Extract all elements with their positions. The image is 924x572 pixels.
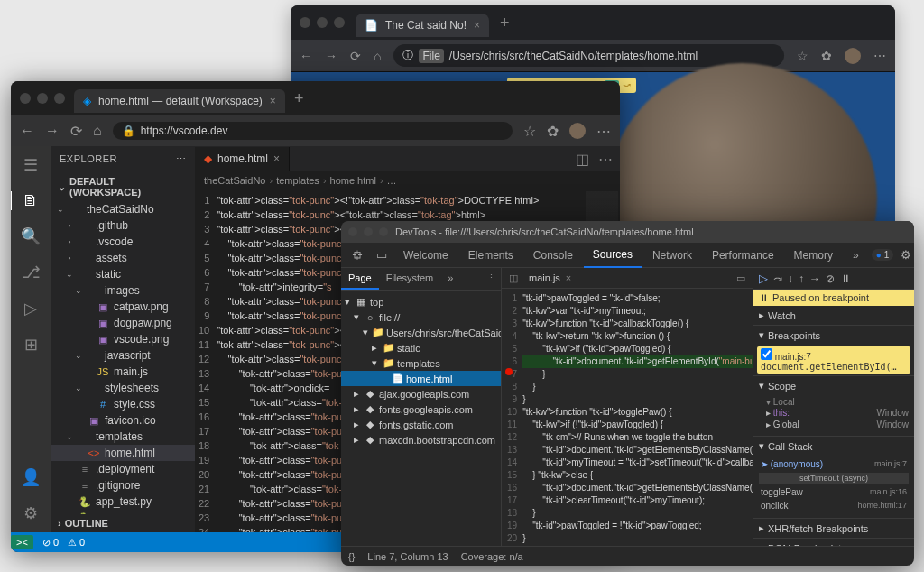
extensions-icon[interactable]: ⊞: [24, 335, 38, 355]
search-icon[interactable]: 🔍: [21, 226, 41, 246]
profile-avatar[interactable]: [569, 123, 586, 139]
window-controls[interactable]: [20, 93, 65, 104]
new-tab-button[interactable]: +: [294, 89, 304, 108]
extensions-icon[interactable]: ✿: [547, 123, 559, 140]
reload-icon[interactable]: ⟳: [70, 123, 82, 140]
window-controls[interactable]: [300, 17, 345, 28]
step-over-icon[interactable]: ⤼: [773, 272, 782, 285]
warnings-count[interactable]: ⚠ 0: [68, 537, 85, 549]
tree-item[interactable]: ⌄theCatSaidNo: [51, 201, 195, 217]
workspace-header[interactable]: ⌄DEFAULT (WORKSPACE): [51, 172, 195, 201]
tree-item[interactable]: ›.github: [51, 217, 195, 234]
more-icon[interactable]: ⋮: [482, 268, 501, 290]
close-icon[interactable]: ×: [474, 19, 480, 32]
tree-item[interactable]: ▣catpaw.png: [51, 299, 195, 315]
scope-section[interactable]: ▾Scope: [753, 376, 914, 395]
devtools-tab-elements[interactable]: Elements: [459, 244, 522, 267]
pause-exceptions-icon[interactable]: ⏸: [840, 272, 851, 285]
nav-tree-item[interactable]: ▸◆fonts.googleapis.com: [341, 401, 501, 417]
devtools-tab-sources[interactable]: Sources: [584, 243, 642, 268]
nav-tab[interactable]: Page: [341, 268, 379, 290]
menu-icon[interactable]: ⋯: [596, 123, 611, 140]
more-icon[interactable]: ⋯: [176, 153, 187, 165]
reload-icon[interactable]: ⟳: [350, 49, 361, 63]
favorite-icon[interactable]: ☆: [797, 49, 808, 63]
tree-item[interactable]: ⌄javascript: [51, 347, 195, 364]
nav-tree-item[interactable]: ▸📁static: [341, 340, 501, 355]
outline-header[interactable]: ›OUTLINE: [51, 514, 195, 532]
editor-tab[interactable]: ◆ home.html ×: [195, 147, 290, 171]
source-tab[interactable]: main.js ×: [522, 268, 578, 288]
deactivate-bp-icon[interactable]: ⊘: [826, 272, 835, 285]
settings-gear-icon[interactable]: ⚙: [23, 503, 38, 523]
menu-icon[interactable]: ☰: [23, 155, 38, 175]
tree-item[interactable]: ›.vscode: [51, 234, 195, 250]
tree-item[interactable]: #style.css: [51, 396, 195, 412]
tree-item[interactable]: 🐍app_test.py: [51, 494, 195, 510]
tree-item[interactable]: ›assets: [51, 250, 195, 266]
tree-item[interactable]: ⌄templates: [51, 429, 195, 445]
breadcrumbs[interactable]: theCatSaidNo›templates›home.html›…: [195, 171, 620, 189]
tree-item[interactable]: ▣vscode.png: [51, 331, 195, 347]
tree-item[interactable]: ≡.gitignore: [51, 477, 195, 494]
new-tab-button[interactable]: +: [500, 14, 510, 32]
step-out-icon[interactable]: ↑: [799, 272, 804, 285]
source-control-icon[interactable]: ⎇: [22, 263, 41, 282]
browser-tab[interactable]: ◈ home.html — default (Workspace) ×: [74, 89, 285, 113]
settings-gear-icon[interactable]: ⚙: [895, 248, 914, 262]
format-braces[interactable]: {}: [348, 551, 355, 562]
watch-section[interactable]: ▸Watch: [753, 306, 914, 325]
step-icon[interactable]: →: [809, 272, 820, 285]
address-bar[interactable]: 🔒 https://vscode.dev: [113, 122, 513, 140]
tree-item[interactable]: JSmain.js: [51, 364, 195, 380]
dom-breakpoints-section[interactable]: ▸DOM Breakpoints: [753, 539, 914, 546]
forward-icon[interactable]: →: [325, 49, 337, 63]
tree-item[interactable]: ▣dogpaw.png: [51, 315, 195, 331]
browser-tab[interactable]: 📄 The Cat said No! ×: [356, 14, 489, 37]
nav-tree-item[interactable]: ▸◆maxcdn.bootstrapcdn.com: [341, 432, 501, 447]
more-icon[interactable]: ▭: [733, 272, 749, 284]
xhr-breakpoints-section[interactable]: ▸XHR/fetch Breakpoints: [753, 519, 914, 538]
back-icon[interactable]: ←: [300, 49, 312, 63]
nav-tree-item[interactable]: ▾📁Users/chris/src/theCatSaidNo: [341, 325, 501, 340]
stack-frame[interactable]: onclickhome.html:17: [759, 499, 909, 512]
tree-item[interactable]: <>home.html: [51, 445, 195, 461]
callstack-section[interactable]: ▾Call Stack: [753, 437, 914, 456]
devtools-tab-network[interactable]: Network: [643, 244, 701, 267]
resume-icon[interactable]: ▷: [759, 272, 768, 285]
errors-count[interactable]: ⊘ 0: [42, 537, 59, 549]
breakpoints-section[interactable]: ▾Breakpoints: [753, 326, 914, 345]
nav-icon[interactable]: ◫: [505, 272, 522, 284]
issues-badge[interactable]: ●1: [872, 249, 894, 261]
nav-tree-item[interactable]: ▾▦top: [341, 294, 501, 309]
nav-tree-item[interactable]: ▸◆fonts.gstatic.com: [341, 417, 501, 432]
nav-tree-item[interactable]: 📄home.html: [341, 371, 501, 386]
tree-item[interactable]: ▣favicon.ico: [51, 412, 195, 429]
remote-indicator[interactable]: ><: [11, 535, 33, 549]
stack-frame[interactable]: togglePawmain.js:16: [759, 485, 909, 499]
profile-avatar[interactable]: [845, 48, 861, 64]
home-icon[interactable]: ⌂: [374, 49, 381, 63]
devtools-tab-performance[interactable]: Performance: [703, 244, 783, 267]
nav-tree-item[interactable]: ▸◆ajax.googleapis.com: [341, 386, 501, 401]
extensions-icon[interactable]: ✿: [821, 49, 832, 63]
breakpoint-item[interactable]: main.js:7 document.getElementById(…: [757, 346, 910, 374]
tree-item[interactable]: ≡.deployment: [51, 461, 195, 477]
nav-tree-item[interactable]: ▾📁templates: [341, 355, 501, 371]
close-icon[interactable]: ×: [566, 272, 571, 283]
nav-tab[interactable]: Filesystem: [379, 268, 441, 290]
tree-item[interactable]: ⌄stylesheets: [51, 380, 195, 396]
source-editor[interactable]: 1234567891011121314151617181920212223 "t…: [502, 289, 753, 546]
device-icon[interactable]: ▭: [371, 248, 393, 262]
close-icon[interactable]: ×: [273, 152, 280, 165]
run-debug-icon[interactable]: ▷: [24, 299, 37, 318]
forward-icon[interactable]: →: [45, 123, 60, 139]
more-tabs[interactable]: »: [844, 244, 868, 267]
breakpoint-checkbox[interactable]: [761, 348, 772, 360]
back-icon[interactable]: ←: [20, 123, 34, 139]
inspect-icon[interactable]: ⯐: [346, 248, 369, 262]
step-icon[interactable]: ⤻: [623, 79, 631, 91]
tree-item[interactable]: ⌄images: [51, 282, 195, 299]
devtools-tab-memory[interactable]: Memory: [785, 244, 842, 267]
split-icon[interactable]: ◫: [576, 151, 589, 168]
